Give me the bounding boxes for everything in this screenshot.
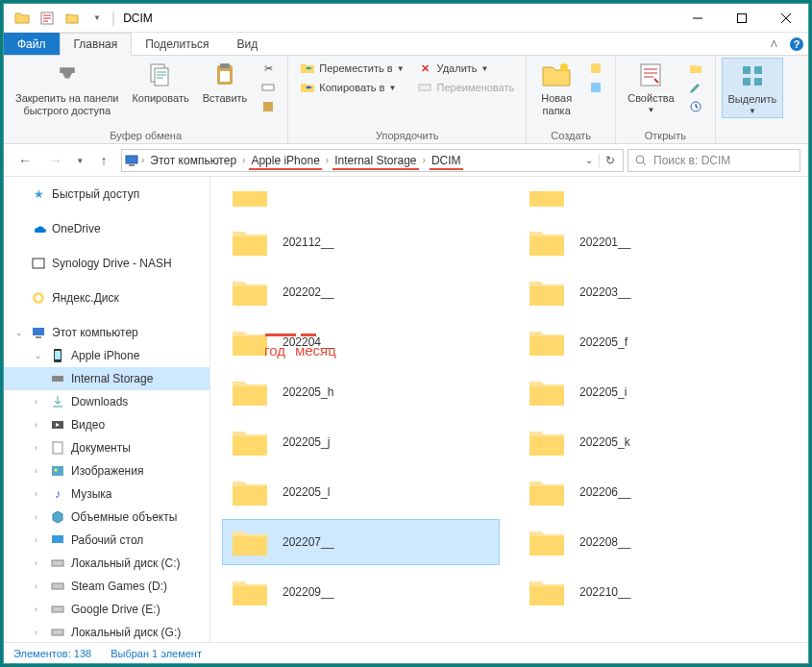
nav-documents[interactable]: ›Документы bbox=[4, 436, 209, 459]
delete-button[interactable]: ✕Удалить ▼ bbox=[414, 60, 519, 77]
nav-desktop[interactable]: ›Рабочий стол bbox=[4, 529, 209, 552]
nav-videos[interactable]: ›Видео bbox=[4, 413, 209, 436]
nav-disk-e[interactable]: ›Google Drive (E:) bbox=[4, 598, 209, 621]
properties-icon[interactable] bbox=[37, 8, 58, 29]
chevron-icon[interactable]: › bbox=[139, 155, 146, 165]
folder-item[interactable]: 202112__ bbox=[222, 219, 500, 265]
history-button[interactable] bbox=[684, 98, 707, 115]
pin-button[interactable]: Закрепить на панели быстрого доступа bbox=[10, 58, 124, 119]
paste-button[interactable]: Вставить bbox=[197, 58, 254, 106]
svg-rect-31 bbox=[52, 376, 63, 382]
svg-rect-18 bbox=[754, 66, 762, 74]
folder-item[interactable]: 202205_l bbox=[222, 469, 500, 515]
folder-icon bbox=[231, 276, 269, 309]
edit-button[interactable] bbox=[684, 79, 707, 96]
qat-dropdown-icon[interactable]: ▼ bbox=[86, 8, 108, 29]
tab-home[interactable]: Главная bbox=[60, 33, 133, 56]
nav-quick-access[interactable]: ★Быстрый доступ bbox=[4, 183, 209, 206]
svg-rect-34 bbox=[52, 466, 63, 476]
folder-item[interactable]: 202202__ bbox=[222, 269, 500, 315]
properties-icon bbox=[635, 60, 666, 90]
properties-button[interactable]: Свойства ▼ bbox=[622, 58, 679, 116]
folder-item[interactable]: 202209__ bbox=[222, 569, 500, 615]
crumb-storage[interactable]: Internal Storage bbox=[331, 154, 420, 167]
tab-share[interactable]: Поделиться bbox=[132, 33, 223, 55]
nav-disk-d[interactable]: ›Steam Games (D:) bbox=[4, 575, 209, 598]
tab-view[interactable]: Вид bbox=[223, 33, 272, 55]
crumb-pc[interactable]: Этот компьютер bbox=[146, 154, 240, 167]
paste-shortcut-button[interactable] bbox=[257, 98, 280, 115]
navigation-pane[interactable]: ★Быстрый доступ OneDrive Synology Drive … bbox=[4, 177, 210, 642]
new-folder-button[interactable]: Новая папка bbox=[532, 58, 580, 119]
addr-dropdown-icon[interactable]: ⌄ bbox=[579, 155, 599, 165]
pin-icon bbox=[52, 60, 83, 90]
nav-disk-c[interactable]: ›Локальный диск (C:) bbox=[4, 552, 209, 575]
crumb-device[interactable]: Apple iPhone bbox=[247, 154, 323, 167]
folder-item[interactable]: 202208__ bbox=[519, 519, 797, 565]
folder-item[interactable]: 202205_i bbox=[519, 369, 797, 415]
chevron-icon[interactable]: › bbox=[240, 155, 247, 165]
recent-dropdown[interactable]: ▾ bbox=[73, 148, 86, 173]
nav-iphone[interactable]: ⌄Apple iPhone bbox=[4, 344, 209, 367]
nav-internal-storage[interactable]: Internal Storage bbox=[4, 367, 209, 390]
nav-pictures[interactable]: ›Изображения bbox=[4, 459, 209, 482]
nav-onedrive[interactable]: OneDrive bbox=[4, 217, 209, 240]
forward-button[interactable]: → bbox=[42, 148, 69, 173]
folder-item[interactable]: 202210__ bbox=[519, 569, 797, 615]
copy-to-button[interactable]: Копировать в ▼ bbox=[296, 79, 407, 96]
folder-item[interactable] bbox=[222, 185, 500, 215]
tab-file[interactable]: Файл bbox=[4, 33, 60, 55]
chevron-icon[interactable]: › bbox=[324, 155, 331, 165]
svg-rect-19 bbox=[743, 78, 750, 86]
new-item-icon bbox=[588, 61, 603, 76]
nav-music[interactable]: ›♪Музыка bbox=[4, 482, 209, 506]
folder-item[interactable]: 202207__ bbox=[222, 519, 500, 565]
svg-rect-22 bbox=[129, 164, 135, 166]
svg-rect-1 bbox=[738, 13, 747, 22]
folder-item[interactable]: 202206__ bbox=[519, 469, 797, 515]
desktop-icon bbox=[50, 532, 65, 548]
folder-item[interactable] bbox=[519, 185, 797, 215]
svg-rect-28 bbox=[36, 336, 41, 338]
drive-icon bbox=[50, 579, 65, 594]
copy-button[interactable]: Копировать bbox=[126, 58, 194, 106]
folder-icon bbox=[528, 576, 566, 608]
folder-item[interactable]: 202205_k bbox=[519, 419, 797, 465]
nav-yandex[interactable]: Яндекс.Диск bbox=[4, 286, 209, 309]
pc-icon bbox=[124, 153, 139, 168]
cut-button[interactable]: ✂ bbox=[257, 60, 280, 77]
folder-item[interactable]: 202205_j bbox=[222, 419, 500, 465]
easy-access-button[interactable] bbox=[584, 79, 607, 96]
crumb-folder[interactable]: DCIM bbox=[428, 154, 465, 167]
status-selected: Выбран 1 элемент bbox=[111, 648, 202, 659]
new-item-button[interactable] bbox=[584, 60, 607, 77]
folder-item[interactable]: 202203__ bbox=[519, 269, 797, 315]
folder-item[interactable]: 202205_f bbox=[519, 319, 797, 365]
nav-this-pc[interactable]: ⌄Этот компьютер bbox=[4, 321, 209, 344]
select-button[interactable]: Выделить ▼ bbox=[722, 58, 784, 118]
video-icon bbox=[50, 417, 65, 432]
ribbon-collapse-icon[interactable]: ᐱ bbox=[762, 33, 785, 55]
help-icon[interactable]: ? bbox=[785, 33, 808, 55]
nav-synology[interactable]: Synology Drive - NASH bbox=[4, 252, 209, 275]
file-list[interactable]: 202112__202201__202202__202203__202204__… bbox=[210, 177, 808, 642]
drive-icon bbox=[50, 371, 65, 386]
address-bar[interactable]: › Этот компьютер › Apple iPhone › Intern… bbox=[121, 149, 624, 172]
search-input[interactable]: Поиск в: DCIM bbox=[627, 149, 800, 172]
back-button[interactable]: ← bbox=[12, 148, 38, 173]
chevron-icon[interactable]: › bbox=[421, 155, 428, 165]
nav-downloads[interactable]: ›Downloads bbox=[4, 390, 209, 413]
maximize-button[interactable] bbox=[720, 4, 764, 33]
folder-item[interactable]: 202205_h bbox=[222, 369, 500, 415]
nav-3d-objects[interactable]: ›Объемные объекты bbox=[4, 506, 209, 529]
move-to-button[interactable]: Переместить в ▼ bbox=[296, 60, 407, 77]
nav-disk-g[interactable]: ›Локальный диск (G:) bbox=[4, 621, 209, 642]
minimize-button[interactable] bbox=[676, 4, 720, 33]
refresh-icon[interactable]: ↻ bbox=[599, 154, 621, 167]
copy-path-button[interactable] bbox=[257, 79, 280, 96]
up-button[interactable]: ↑ bbox=[90, 148, 117, 173]
close-button[interactable] bbox=[764, 4, 808, 33]
folder-small-icon[interactable] bbox=[62, 8, 83, 29]
folder-item[interactable]: 202201__ bbox=[519, 219, 797, 265]
open-button[interactable] bbox=[684, 60, 707, 77]
